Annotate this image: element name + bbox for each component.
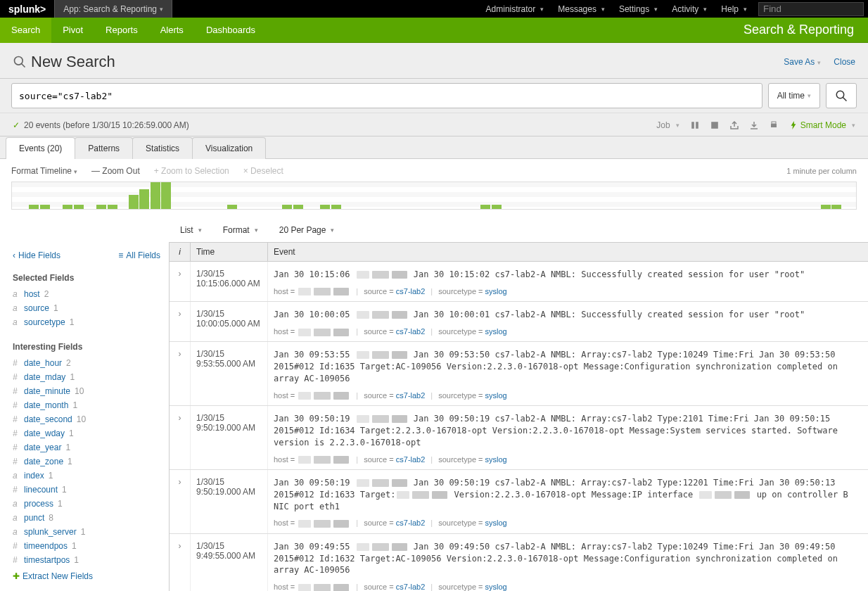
stop-button[interactable] [710,121,719,129]
app-menu[interactable]: App: Search & Reporting [54,0,172,18]
tab-alerts[interactable]: Alerts [149,18,195,43]
all-fields-button[interactable]: ≡ All Fields [118,250,160,260]
field-name[interactable]: date_wday [24,428,65,438]
field-name[interactable]: date_mday [24,372,65,382]
pause-button[interactable] [691,121,699,129]
job-menu[interactable]: Job [656,120,679,130]
timeline-bar[interactable] [227,205,237,209]
field-name[interactable]: date_second [24,414,72,424]
event-cell[interactable]: Jan 30 09:53:55 Jan 30 09:53:50 cs7-lab2… [268,342,868,405]
tab-patterns[interactable]: Patterns [75,137,133,159]
share-button[interactable] [730,121,739,129]
event-cell[interactable]: Jan 30 10:15:06 Jan 30 10:15:02 cs7-lab2… [268,262,868,301]
field-row[interactable]: asource1 [13,301,160,315]
tab-search[interactable]: Search [0,18,51,43]
field-name[interactable]: date_zone [24,457,63,466]
timeline-bar[interactable] [151,182,160,209]
field-name[interactable]: source [24,303,49,313]
menu-administrator[interactable]: Administrator [479,4,551,14]
zoom-selection-button[interactable]: + Zoom to Selection [154,166,229,176]
field-name[interactable]: timestartpos [24,555,70,565]
field-name[interactable]: process [24,499,53,509]
search-button[interactable] [826,83,857,108]
timeline-bar[interactable] [129,195,139,209]
tab-visualization[interactable]: Visualization [192,137,266,159]
extract-fields-link[interactable]: Extract New Fields [13,571,160,581]
field-name[interactable]: date_year [24,443,61,452]
timeline-bar[interactable] [139,189,149,209]
field-row[interactable]: #date_wday1 [13,426,160,440]
splunk-logo[interactable]: splunk> [0,4,54,15]
per-page-button[interactable]: 20 Per Page [279,225,335,235]
timeline-chart[interactable] [11,182,857,210]
event-cell[interactable]: Jan 30 10:00:05 Jan 30 10:00:01 cs7-lab2… [268,302,868,341]
field-row[interactable]: #date_mday1 [13,370,160,384]
expand-row-button[interactable]: › [170,262,191,301]
print-button[interactable] [770,121,778,129]
field-row[interactable]: aprocess1 [13,497,160,511]
menu-activity[interactable]: Activity [665,4,714,14]
field-row[interactable]: #linecount1 [13,483,160,497]
field-name[interactable]: timeendpos [24,541,68,551]
field-row[interactable]: #date_hour2 [13,356,160,370]
menu-messages[interactable]: Messages [551,4,612,14]
field-row[interactable]: #date_zone1 [13,455,160,469]
field-row[interactable]: #date_second10 [13,412,160,426]
export-button[interactable] [750,121,758,129]
field-row[interactable]: aindex1 [13,469,160,483]
timeline-bar[interactable] [161,182,171,209]
field-row[interactable]: #timeendpos1 [13,539,160,553]
event-cell[interactable]: Jan 30 09:49:55 Jan 30 09:49:50 cs7-lab2… [268,534,868,591]
time-column-header[interactable]: Time [191,243,268,261]
field-name[interactable]: date_hour [24,358,62,368]
expand-row-button[interactable]: › [170,470,191,533]
field-name[interactable]: linecount [24,485,58,495]
field-row[interactable]: #timestartpos1 [13,553,160,567]
zoom-out-button[interactable]: — Zoom Out [91,166,140,176]
timeline-bar[interactable] [29,205,39,209]
save-as-button[interactable]: Save As [784,57,821,67]
timeline-bar[interactable] [96,205,106,209]
expand-row-button[interactable]: › [170,406,191,469]
deselect-button[interactable]: × Deselect [243,166,283,176]
tab-pivot[interactable]: Pivot [51,18,94,43]
timeline-bar[interactable] [74,205,84,209]
smart-mode-button[interactable]: Smart Mode [789,120,855,130]
timeline-bar[interactable] [108,205,117,209]
tab-dashboards[interactable]: Dashboards [195,18,267,43]
list-view-button[interactable]: List [180,225,202,235]
timeline-bar[interactable] [320,205,330,209]
close-button[interactable]: Close [834,57,855,67]
field-name[interactable]: index [24,471,44,481]
field-row[interactable]: #date_minute10 [13,384,160,398]
timeline-bar[interactable] [282,205,292,209]
event-cell[interactable]: Jan 30 09:50:19 Jan 30 09:50:19 cs7-lab2… [268,406,868,469]
tab-events[interactable]: Events (20) [6,137,75,159]
timeline-bar[interactable] [831,205,841,209]
field-row[interactable]: #date_month1 [13,398,160,412]
timeline-bar[interactable] [480,205,490,209]
format-button[interactable]: Format [223,225,258,235]
timeline-bar[interactable] [492,205,502,209]
search-input[interactable] [11,83,762,108]
time-range-picker[interactable]: All time [768,83,820,108]
menu-help[interactable]: Help [714,4,754,14]
field-row[interactable]: ahost2 [13,287,160,301]
tab-statistics[interactable]: Statistics [132,137,193,159]
expand-row-button[interactable]: › [170,302,191,341]
find-input[interactable] [758,2,864,16]
field-name[interactable]: date_month [24,400,68,410]
timeline-bar[interactable] [821,205,831,209]
tab-reports[interactable]: Reports [94,18,149,43]
timeline-bar[interactable] [63,205,72,209]
field-row[interactable]: apunct8 [13,511,160,525]
timeline-bar[interactable] [293,205,303,209]
field-row[interactable]: asplunk_server1 [13,525,160,539]
expand-row-button[interactable]: › [170,534,191,591]
format-timeline-button[interactable]: Format Timeline [11,166,77,176]
info-column-header[interactable]: i [170,243,191,261]
field-name[interactable]: splunk_server [24,527,77,537]
timeline-bar[interactable] [40,205,50,209]
field-name[interactable]: punct [24,513,44,523]
field-row[interactable]: asourcetype1 [13,315,160,329]
